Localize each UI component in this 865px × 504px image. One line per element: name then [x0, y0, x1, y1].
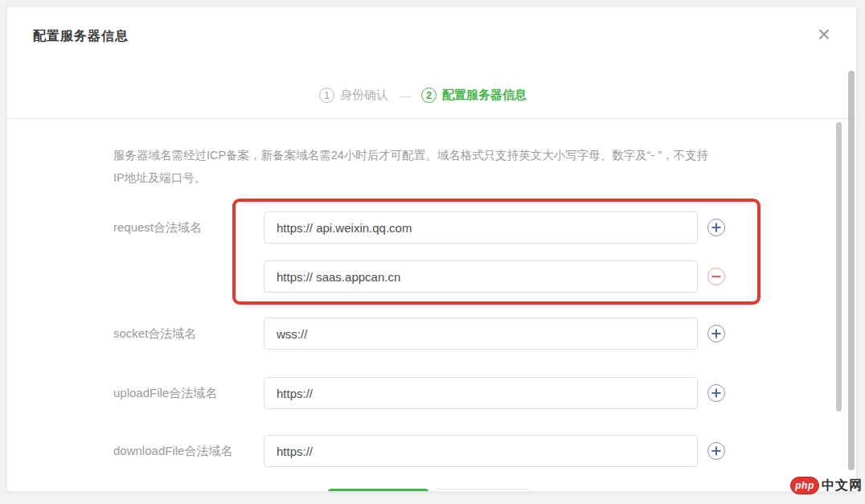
- request-domain-row-2: [7, 260, 856, 293]
- remove-domain-icon[interactable]: [707, 268, 725, 285]
- step-configure-server: 2 配置服务器信息: [421, 88, 527, 103]
- step-identity-confirm: 1 身份确认: [319, 88, 388, 103]
- downloadfile-domain-input[interactable]: [264, 435, 698, 467]
- request-domain-input-1[interactable]: [264, 211, 698, 244]
- icp-notice-text: 服务器域名需经过ICP备案，新备案域名需24小时后才可配置。域名格式只支持英文大…: [113, 144, 715, 189]
- step-2-label: 配置服务器信息: [442, 88, 527, 103]
- cancel-button[interactable]: [434, 489, 528, 492]
- page: 配置服务器信息 × 1 身份确认 — 2 配置服务器信息 服务器域名需经过ICP…: [0, 0, 865, 504]
- uploadfile-domain-label: uploadFile合法域名: [113, 386, 217, 401]
- add-domain-icon[interactable]: [707, 442, 725, 460]
- step-1-number-icon: 1: [319, 88, 334, 103]
- php-logo-icon: php: [790, 477, 819, 494]
- add-domain-icon[interactable]: [707, 325, 725, 342]
- watermark-site-name: 中文网: [822, 477, 863, 494]
- uploadfile-domain-row: uploadFile合法域名: [7, 377, 856, 409]
- site-watermark: php 中文网: [790, 477, 863, 494]
- header-divider: [7, 118, 856, 119]
- step-2-number-icon: 2: [421, 88, 437, 103]
- uploadfile-domain-input[interactable]: [264, 377, 698, 409]
- add-domain-icon[interactable]: [707, 384, 725, 402]
- wizard-steps: 1 身份确认 — 2 配置服务器信息: [319, 88, 527, 103]
- page-scrollbar[interactable]: [848, 71, 855, 470]
- request-domain-input-2[interactable]: [264, 260, 698, 293]
- request-domain-row: request合法域名: [7, 211, 856, 244]
- close-icon[interactable]: ×: [813, 23, 835, 46]
- configure-server-dialog: 配置服务器信息 × 1 身份确认 — 2 配置服务器信息 服务器域名需经过ICP…: [6, 6, 857, 492]
- socket-domain-row: socket合法域名: [7, 318, 856, 350]
- dialog-scrollbar[interactable]: [836, 122, 842, 412]
- request-domain-label: request合法域名: [113, 220, 202, 236]
- confirm-button[interactable]: [328, 489, 428, 492]
- add-domain-icon[interactable]: [707, 219, 725, 236]
- downloadfile-domain-row: downloadFile合法域名: [7, 435, 856, 467]
- step-1-label: 身份确认: [340, 88, 388, 103]
- socket-domain-input[interactable]: [264, 318, 698, 350]
- dialog-title: 配置服务器信息: [33, 28, 129, 45]
- downloadfile-domain-label: downloadFile合法域名: [113, 444, 232, 459]
- step-separator: —: [400, 89, 410, 102]
- socket-domain-label: socket合法域名: [113, 326, 196, 342]
